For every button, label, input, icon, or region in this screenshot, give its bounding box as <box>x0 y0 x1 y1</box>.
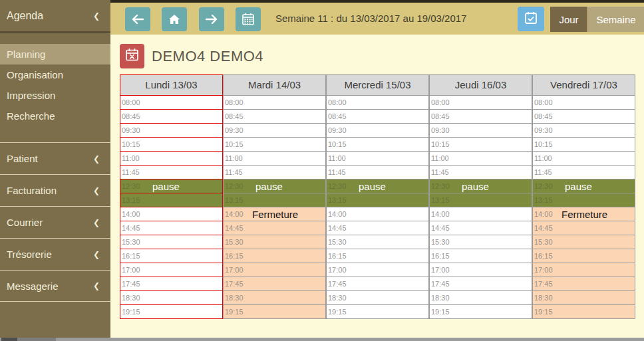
time-slot-cell[interactable]: 11:45 <box>120 166 222 179</box>
time-slot-cell[interactable]: 11:00 <box>224 152 325 166</box>
time-slot-cell[interactable]: 17:00 <box>224 263 325 277</box>
time-slot-cell[interactable]: 12:30pause <box>327 179 428 193</box>
time-slot-cell[interactable]: 18:30 <box>224 291 325 305</box>
sidebar-item-agenda[interactable]: Agenda ❮ <box>0 0 110 33</box>
sidebar-item-facturation[interactable]: Facturation❮ <box>0 174 110 206</box>
time-slot-cell[interactable]: 11:45 <box>533 166 635 179</box>
scrollbar-thumb-secondary[interactable] <box>17 338 56 341</box>
time-slot-cell[interactable]: 17:45 <box>120 277 222 291</box>
time-slot-cell[interactable]: 14:00Fermeture <box>533 207 635 221</box>
day-view-button[interactable]: Jour <box>550 7 587 32</box>
time-slot-cell[interactable]: 17:00 <box>533 263 635 277</box>
time-slot-cell[interactable]: 09:30 <box>224 124 325 138</box>
sidebar-item-organisation[interactable]: Organisation <box>0 64 110 85</box>
time-slot-cell[interactable]: 14:45 <box>224 221 325 235</box>
next-week-button[interactable] <box>199 7 224 31</box>
time-slot-cell[interactable]: 16:15 <box>224 249 325 263</box>
time-slot-cell[interactable]: 14:00 <box>327 207 428 221</box>
time-slot-cell[interactable]: 16:15 <box>327 249 428 263</box>
time-slot-cell[interactable]: 17:00 <box>120 263 222 277</box>
previous-week-button[interactable] <box>125 7 150 31</box>
sidebar-item-messagerie[interactable]: Messagerie❮ <box>0 270 110 302</box>
time-slot-cell[interactable]: 10:15 <box>224 138 325 152</box>
time-slot-cell[interactable]: 08:45 <box>533 110 635 124</box>
time-slot-cell[interactable]: 13:15 <box>224 193 325 207</box>
week-view-button[interactable]: Semaine <box>588 7 644 32</box>
time-slot-cell[interactable]: 13:15 <box>327 193 428 207</box>
time-slot-cell[interactable]: 12:30pause <box>533 179 635 193</box>
time-slot-cell[interactable]: 11:00 <box>327 152 428 166</box>
time-slot-cell[interactable]: 13:15 <box>430 193 532 207</box>
sidebar-item-impression[interactable]: Impression <box>0 85 110 106</box>
time-slot-cell[interactable]: 14:45 <box>533 221 635 235</box>
time-slot-cell[interactable]: 17:45 <box>327 277 428 291</box>
select-date-button[interactable] <box>518 7 544 31</box>
time-slot-cell[interactable]: 12:30pause <box>224 179 325 193</box>
time-slot-cell[interactable]: 14:00 <box>430 207 532 221</box>
sidebar-item-trésorerie[interactable]: Trésorerie❮ <box>0 238 110 270</box>
time-slot-cell[interactable]: 08:45 <box>120 110 222 124</box>
sidebar-item-planning[interactable]: Planning <box>0 44 110 64</box>
time-slot-cell[interactable]: 17:45 <box>430 277 532 291</box>
time-slot-cell[interactable]: 14:45 <box>430 221 532 235</box>
time-slot-cell[interactable]: 14:00 <box>120 207 222 221</box>
time-slot-cell[interactable]: 08:00 <box>327 96 428 110</box>
sidebar-item-courrier[interactable]: Courrier❮ <box>0 206 110 238</box>
sidebar-item-recherche[interactable]: Recherche <box>0 106 110 126</box>
day-header[interactable]: Mardi 14/03 <box>224 75 325 96</box>
time-slot-cell[interactable]: 19:15 <box>224 305 325 318</box>
time-slot-cell[interactable]: 10:15 <box>533 138 635 152</box>
time-slot-cell[interactable]: 15:30 <box>533 235 635 249</box>
time-slot-cell[interactable]: 15:30 <box>430 235 532 249</box>
time-slot-cell[interactable]: 08:00 <box>533 96 635 110</box>
time-slot-cell[interactable]: 14:45 <box>120 221 222 235</box>
time-slot-cell[interactable]: 17:45 <box>533 277 635 291</box>
time-slot-cell[interactable]: 09:30 <box>430 124 532 138</box>
time-slot-cell[interactable]: 19:15 <box>120 305 222 318</box>
time-slot-cell[interactable]: 15:30 <box>327 235 428 249</box>
time-slot-cell[interactable]: 14:45 <box>327 221 428 235</box>
time-slot-cell[interactable]: 17:45 <box>224 277 325 291</box>
time-slot-cell[interactable]: 08:00 <box>224 96 325 110</box>
time-slot-cell[interactable]: 17:00 <box>430 263 532 277</box>
time-slot-cell[interactable]: 08:45 <box>430 110 532 124</box>
time-slot-cell[interactable]: 08:45 <box>224 110 325 124</box>
time-slot-cell[interactable]: 17:00 <box>327 263 428 277</box>
agenda-title-button[interactable] <box>120 44 144 68</box>
time-slot-cell[interactable]: 15:30 <box>224 235 325 249</box>
home-button[interactable] <box>162 7 187 31</box>
time-slot-cell[interactable]: 09:30 <box>533 124 635 138</box>
time-slot-cell[interactable]: 16:15 <box>430 249 532 263</box>
time-slot-cell[interactable]: 11:45 <box>430 166 532 179</box>
date-picker-button[interactable] <box>236 7 261 31</box>
time-slot-cell[interactable]: 08:45 <box>327 110 428 124</box>
time-slot-cell[interactable]: 11:00 <box>120 152 222 166</box>
time-slot-cell[interactable]: 12:30pause <box>120 179 222 193</box>
time-slot-cell[interactable]: 09:30 <box>327 124 428 138</box>
day-header[interactable]: Vendredi 17/03 <box>533 75 635 96</box>
time-slot-cell[interactable]: 19:15 <box>430 305 532 318</box>
time-slot-cell[interactable]: 16:15 <box>533 249 635 263</box>
horizontal-scrollbar[interactable] <box>0 338 644 341</box>
scrollbar-thumb[interactable] <box>1 338 17 341</box>
time-slot-cell[interactable]: 10:15 <box>430 138 532 152</box>
time-slot-cell[interactable]: 14:00Fermeture <box>224 207 325 221</box>
time-slot-cell[interactable]: 19:15 <box>533 305 635 318</box>
time-slot-cell[interactable]: 19:15 <box>327 305 428 318</box>
day-header[interactable]: Jeudi 16/03 <box>430 75 532 96</box>
time-slot-cell[interactable]: 11:00 <box>533 152 635 166</box>
time-slot-cell[interactable]: 12:30pause <box>430 179 532 193</box>
time-slot-cell[interactable]: 18:30 <box>533 291 635 305</box>
time-slot-cell[interactable]: 11:45 <box>327 166 428 179</box>
time-slot-cell[interactable]: 18:30 <box>327 291 428 305</box>
time-slot-cell[interactable]: 18:30 <box>120 291 222 305</box>
day-header[interactable]: Lundi 13/03 <box>120 75 222 96</box>
time-slot-cell[interactable]: 16:15 <box>120 249 222 263</box>
time-slot-cell[interactable]: 08:00 <box>430 96 532 110</box>
time-slot-cell[interactable]: 15:30 <box>120 235 222 249</box>
time-slot-cell[interactable]: 13:15 <box>120 193 222 207</box>
day-header[interactable]: Mercredi 15/03 <box>327 75 428 96</box>
time-slot-cell[interactable]: 13:15 <box>533 193 635 207</box>
time-slot-cell[interactable]: 09:30 <box>120 124 222 138</box>
sidebar-item-patient[interactable]: Patient❮ <box>0 142 110 174</box>
